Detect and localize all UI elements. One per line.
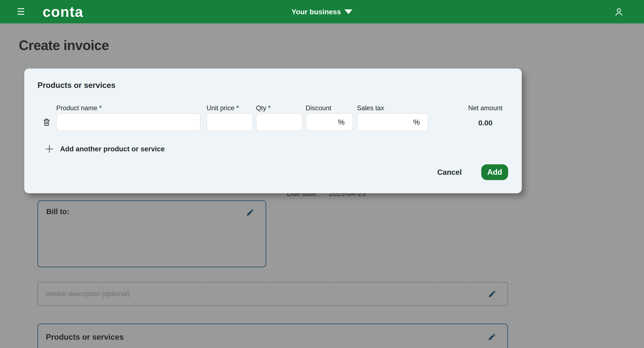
edit-pencil-icon[interactable] (246, 208, 254, 217)
bill-to-label: Bill to: (46, 207, 70, 216)
sales-tax-input[interactable] (357, 113, 428, 131)
modal-title: Products or services (38, 81, 116, 90)
unit-price-input[interactable] (206, 113, 253, 131)
edit-pencil-icon[interactable] (488, 333, 496, 341)
modal-footer: Cancel Add (437, 164, 508, 180)
product-name-label: Product name * (56, 104, 200, 113)
cancel-button[interactable]: Cancel (437, 168, 462, 176)
conta-logo: conta (42, 3, 83, 20)
hamburger-menu-icon[interactable] (18, 8, 24, 15)
discount-label: Discount (306, 104, 353, 113)
products-or-services-modal: Products or services Product name * Unit… (24, 68, 522, 193)
qty-label: Qty * (256, 104, 302, 113)
chevron-down-icon (344, 9, 352, 14)
qty-field: Qty * (256, 104, 302, 131)
unit-price-label: Unit price * (206, 104, 253, 113)
business-selector[interactable]: Your business (292, 0, 352, 23)
delete-row-trash-icon[interactable] (42, 117, 51, 127)
plus-icon (45, 144, 54, 154)
add-button[interactable]: Add (481, 164, 508, 180)
product-name-field: Product name * (56, 104, 200, 131)
product-name-input[interactable] (56, 113, 200, 131)
products-section-card[interactable]: Products or services (38, 324, 508, 348)
qty-input[interactable] (256, 113, 302, 131)
sales-tax-field: Sales tax % (357, 104, 428, 131)
discount-field: Discount % (306, 104, 353, 131)
sales-tax-label: Sales tax (357, 104, 428, 113)
bill-to-card[interactable]: Bill to: (38, 200, 266, 267)
net-amount-value: 0.00 (467, 119, 504, 127)
add-another-product-button[interactable]: Add another product or service (45, 144, 164, 154)
net-amount-field: Net amount 0.00 (467, 104, 504, 127)
net-amount-label: Net amount (467, 104, 504, 113)
discount-input[interactable] (306, 113, 353, 131)
invoice-description-card[interactable]: Invoice description (optional) (38, 282, 508, 306)
app-header: conta Your business (0, 0, 644, 23)
unit-price-field: Unit price * (206, 104, 253, 131)
user-account-icon[interactable] (614, 6, 624, 17)
invoice-description-placeholder: Invoice description (optional) (46, 290, 130, 298)
edit-pencil-icon[interactable] (488, 290, 496, 298)
business-selector-label: Your business (292, 8, 341, 16)
products-section-title: Products or services (46, 333, 124, 342)
add-another-label: Add another product or service (60, 145, 164, 153)
page-title: Create invoice (19, 37, 109, 53)
